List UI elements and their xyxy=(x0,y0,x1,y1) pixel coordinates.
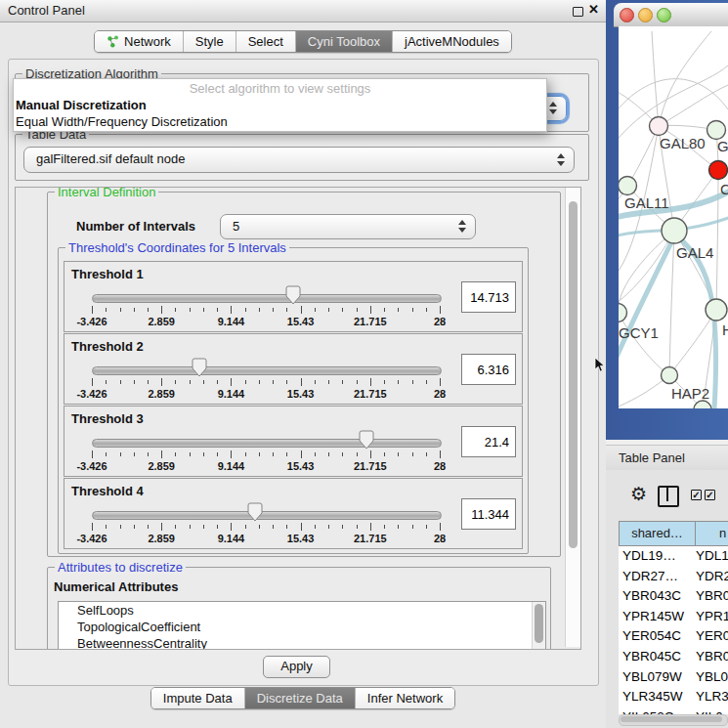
node-h[interactable] xyxy=(706,299,727,321)
attributes-list[interactable]: SelfLoopsTopologicalCoefficientBetweenne… xyxy=(58,601,546,650)
table-body[interactable]: YDL19…YDL1YDR27…YDR2YBR043CYBR0YPR145WYP… xyxy=(619,546,728,714)
table-row[interactable]: YDR27…YDR2 xyxy=(619,567,728,587)
attributes-items: SelfLoopsTopologicalCoefficientBetweenne… xyxy=(59,602,545,650)
threshold-value-input[interactable] xyxy=(461,354,516,385)
threshold-slider-track[interactable] xyxy=(92,294,442,303)
table-row[interactable]: YBR043CYBR0 xyxy=(619,586,728,607)
threshold-value-input[interactable] xyxy=(461,281,516,313)
slider-tick xyxy=(286,380,287,384)
slider-tick xyxy=(328,308,329,312)
table-data-combobox[interactable]: galFiltered.sif default node xyxy=(23,147,575,173)
node-gal11[interactable] xyxy=(619,177,637,195)
tab-style[interactable]: Style xyxy=(184,31,236,52)
table-row[interactable]: YDL19…YDL1 xyxy=(619,546,728,567)
node-label: HAP2 xyxy=(671,385,709,402)
dropdown-item[interactable]: Manual Discretization xyxy=(14,97,546,113)
node-bottom[interactable] xyxy=(694,401,711,408)
node-gal80[interactable] xyxy=(650,117,668,136)
settings-scroll-area: Interval Definition Number of Intervals … xyxy=(15,187,581,650)
tab-discretize-data[interactable]: Discretize Data xyxy=(245,688,356,708)
close-icon[interactable]: ✕ xyxy=(588,2,599,17)
table-row[interactable]: YBR045CYBR0 xyxy=(619,647,728,667)
combo-arrows-icon xyxy=(557,153,565,166)
threshold-value-input[interactable] xyxy=(461,498,516,530)
header-label: n xyxy=(719,526,726,540)
network-canvas[interactable]: GAL80 GA C GAL11 GAL4 GCY1 H HAP2 xyxy=(619,26,728,408)
node-label: GCY1 xyxy=(619,324,659,341)
table-row[interactable]: YER054CYER0 xyxy=(619,626,728,647)
slider-tick xyxy=(273,525,274,529)
dropdown-item[interactable]: Equal Width/Frequency Discretization xyxy=(14,113,546,130)
split-columns-icon[interactable] xyxy=(658,486,679,507)
attributes-list-scrollbar[interactable] xyxy=(532,602,545,650)
settings-scrollbar-thumb[interactable] xyxy=(569,201,578,548)
node-gcy1[interactable] xyxy=(619,304,627,322)
slider-thumb[interactable] xyxy=(359,430,374,450)
tab-network[interactable]: Network xyxy=(95,31,184,52)
slider-thumb[interactable] xyxy=(247,502,263,522)
slider-tick xyxy=(175,308,176,312)
slider-tick xyxy=(370,450,371,458)
slider-thumb[interactable] xyxy=(192,358,207,377)
table-panel-title: Table Panel xyxy=(619,450,685,465)
num-intervals-combobox[interactable]: 5 xyxy=(220,214,476,239)
slider-tick xyxy=(148,452,149,456)
zoom-traffic-light-icon[interactable] xyxy=(657,8,671,22)
tab-cyni-toolbox[interactable]: Cyni Toolbox xyxy=(296,31,393,52)
panel-title: Control Panel xyxy=(8,3,85,18)
slider-tick-label: -3.426 xyxy=(76,533,107,544)
slider-tick xyxy=(148,525,149,529)
node-top-right[interactable] xyxy=(707,121,726,140)
threshold-value-input[interactable] xyxy=(461,426,516,457)
attribute-list-item[interactable]: TopologicalCoefficient xyxy=(59,619,545,635)
tab-jactivemnodules[interactable]: jActiveMNodules xyxy=(393,31,511,52)
table-horizontal-scrollbar[interactable] xyxy=(619,714,728,726)
apply-button[interactable]: Apply xyxy=(263,656,330,678)
slider-tick xyxy=(106,308,107,312)
minimize-traffic-light-icon[interactable] xyxy=(638,8,653,22)
settings-scrollbar[interactable] xyxy=(565,188,580,647)
slider-tick-label: 9.144 xyxy=(218,460,245,472)
table-header-name[interactable]: n xyxy=(695,521,728,546)
tab-infer-network[interactable]: Infer Network xyxy=(356,688,454,708)
slider-thumb[interactable] xyxy=(285,285,301,305)
table-hscroll-thumb[interactable] xyxy=(621,716,722,722)
num-intervals-label: Number of Intervals xyxy=(76,219,195,234)
slider-tick xyxy=(148,308,149,312)
gear-icon[interactable]: ⚙ xyxy=(630,483,647,505)
attribute-list-item[interactable]: SelfLoops xyxy=(59,602,545,619)
table-row[interactable]: YLR345WYLR3 xyxy=(619,687,728,707)
table-row[interactable]: YBL079WYBL0 xyxy=(619,667,728,688)
slider-tick xyxy=(217,525,218,529)
tab-select[interactable]: Select xyxy=(236,31,296,52)
close-traffic-light-icon[interactable] xyxy=(620,8,634,22)
node-label: GAL11 xyxy=(624,194,669,211)
slider-tick xyxy=(370,523,371,531)
node-red-selected[interactable] xyxy=(709,161,728,180)
slider-tick xyxy=(426,525,427,529)
slider-tick-label: -3.426 xyxy=(76,460,107,472)
tab-impute-data[interactable]: Impute Data xyxy=(151,688,245,708)
node-gal4[interactable] xyxy=(662,218,687,243)
checkbox-column-icon-1[interactable]: ✓ xyxy=(691,490,702,500)
attribute-list-item[interactable]: BetweennessCentrality xyxy=(59,635,545,650)
threshold-slider-track[interactable] xyxy=(92,366,442,375)
slider-tick xyxy=(175,525,176,529)
table-header-shared[interactable]: shared… xyxy=(619,521,696,546)
screen: Control Panel ✕ Network Style Select Cyn… xyxy=(0,0,728,728)
threshold-slider-track[interactable] xyxy=(92,511,442,520)
table-row[interactable]: YIL052CYIL0 xyxy=(619,707,728,714)
checkbox-column-icon-2[interactable]: ✓ xyxy=(705,490,715,500)
slider-tick-label: 28 xyxy=(434,388,446,400)
threshold-slider-track[interactable] xyxy=(92,439,442,448)
slider-tick xyxy=(259,525,260,529)
table-row[interactable]: YPR145WYPR1 xyxy=(619,607,728,627)
slider-tick xyxy=(286,308,287,312)
slider-tick xyxy=(342,452,343,456)
float-window-icon[interactable] xyxy=(573,7,583,17)
tab-label: Style xyxy=(195,34,224,49)
tab-label: Cyni Toolbox xyxy=(308,34,380,49)
node-hap2[interactable] xyxy=(662,367,678,384)
slider-tick xyxy=(273,308,274,312)
top-tab-bar: Network Style Select Cyni Toolbox jActiv… xyxy=(0,30,606,53)
